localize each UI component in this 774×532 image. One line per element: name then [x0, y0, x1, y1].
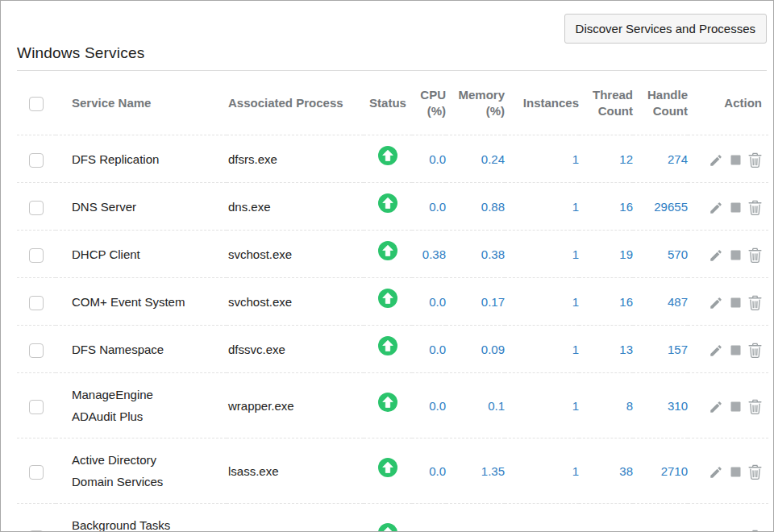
- row-checkbox[interactable]: [29, 400, 44, 414]
- row-checkbox[interactable]: [29, 296, 44, 310]
- col-header-action: Action: [688, 71, 768, 135]
- service-name: DFS Namespace: [72, 339, 164, 360]
- trash-icon[interactable]: [748, 343, 762, 358]
- col-header-thread-count: Thread Count: [579, 71, 633, 135]
- trash-icon[interactable]: [748, 295, 762, 310]
- handle-count-value[interactable]: 274: [633, 135, 688, 183]
- associated-process: dfssvc.exe: [227, 326, 364, 373]
- handle-count-value[interactable]: 487: [633, 278, 688, 326]
- memory-value[interactable]: 1.35: [446, 438, 505, 504]
- table-row: Background Tasks Infrastructure Service …: [17, 504, 768, 532]
- cpu-value[interactable]: 0.0: [412, 183, 446, 231]
- service-name: DNS Server: [72, 196, 136, 218]
- stop-square-icon[interactable]: [730, 297, 741, 308]
- associated-process: lsass.exe: [227, 438, 364, 504]
- memory-value[interactable]: 0.1: [446, 373, 505, 438]
- select-all-checkbox[interactable]: [29, 97, 44, 111]
- table-row: DFS Replication dfsrs.exe 0.0 0.24 1 12 …: [17, 135, 768, 183]
- handle-count-value[interactable]: 157: [633, 326, 688, 373]
- service-name: DHCP Client: [72, 243, 140, 265]
- trash-icon[interactable]: [748, 152, 762, 168]
- handle-count-value[interactable]: 570: [633, 231, 688, 278]
- associated-process: svchost.exe: [227, 504, 364, 532]
- cpu-value[interactable]: 0.0: [412, 438, 446, 504]
- status-up-icon: [378, 193, 397, 219]
- col-header-handle-count: Handle Count: [633, 71, 688, 135]
- stop-square-icon[interactable]: [730, 155, 741, 165]
- associated-process: svchost.exe: [227, 278, 364, 326]
- trash-icon[interactable]: [748, 399, 762, 414]
- instances-value[interactable]: 1: [505, 278, 579, 326]
- edit-pencil-icon[interactable]: [709, 201, 723, 215]
- thread-count-value[interactable]: 7: [579, 504, 633, 532]
- instances-value[interactable]: 1: [505, 373, 579, 438]
- edit-pencil-icon[interactable]: [709, 343, 723, 358]
- cpu-value[interactable]: 0.0: [412, 504, 446, 532]
- cpu-value[interactable]: 0.0: [412, 326, 446, 373]
- stop-square-icon[interactable]: [730, 345, 741, 355]
- handle-count-value[interactable]: 29655: [633, 183, 688, 231]
- thread-count-value[interactable]: 8: [579, 373, 633, 438]
- edit-pencil-icon[interactable]: [709, 153, 723, 168]
- handle-count-value[interactable]: 2710: [633, 438, 688, 504]
- handle-count-value[interactable]: 319: [633, 504, 688, 532]
- thread-count-value[interactable]: 16: [579, 278, 633, 326]
- service-name: ManageEngine ADAudit Plus: [72, 384, 199, 427]
- status-up-icon: [378, 523, 397, 532]
- instances-value[interactable]: 1: [505, 504, 579, 532]
- thread-count-value[interactable]: 19: [579, 231, 633, 278]
- trash-icon[interactable]: [748, 464, 762, 480]
- trash-icon[interactable]: [748, 200, 762, 215]
- trash-icon[interactable]: [748, 247, 762, 263]
- windows-services-page: Discover Services and Processes Windows …: [0, 0, 774, 532]
- row-actions: [709, 399, 762, 414]
- cpu-value[interactable]: 0.0: [412, 135, 446, 183]
- row-checkbox[interactable]: [29, 465, 44, 480]
- row-actions: [709, 200, 762, 215]
- instances-value[interactable]: 1: [505, 326, 579, 373]
- row-checkbox[interactable]: [29, 201, 44, 215]
- memory-value[interactable]: 0.09: [446, 326, 505, 373]
- edit-pencil-icon[interactable]: [709, 465, 723, 480]
- edit-pencil-icon[interactable]: [709, 296, 723, 310]
- topbar: Discover Services and Processes: [17, 1, 767, 44]
- instances-value[interactable]: 1: [505, 183, 579, 231]
- row-actions: [709, 295, 762, 310]
- table-row: DNS Server dns.exe 0.0 0.88 1 16 29655: [17, 183, 768, 231]
- status-up-icon: [378, 146, 397, 172]
- thread-count-value[interactable]: 13: [579, 326, 633, 373]
- row-checkbox[interactable]: [29, 153, 44, 168]
- instances-value[interactable]: 1: [505, 231, 579, 278]
- memory-value[interactable]: 0.38: [446, 231, 505, 278]
- col-header-status: Status: [364, 71, 412, 135]
- instances-value[interactable]: 1: [505, 135, 579, 183]
- edit-pencil-icon[interactable]: [709, 400, 723, 414]
- status-up-icon: [378, 289, 397, 314]
- memory-value[interactable]: 0.17: [446, 278, 505, 326]
- handle-count-value[interactable]: 310: [633, 373, 688, 438]
- memory-value[interactable]: 0.1: [446, 504, 505, 532]
- associated-process: svchost.exe: [227, 231, 364, 278]
- row-checkbox[interactable]: [29, 248, 44, 263]
- cpu-value[interactable]: 0.38: [412, 231, 446, 278]
- cpu-value[interactable]: 0.0: [412, 373, 446, 438]
- services-table: Service Name Associated Process Status C…: [17, 71, 768, 532]
- edit-pencil-icon[interactable]: [709, 248, 723, 263]
- stop-square-icon[interactable]: [730, 202, 741, 213]
- memory-value[interactable]: 0.88: [446, 183, 505, 231]
- table-row: DHCP Client svchost.exe 0.38 0.38 1 19 5…: [17, 231, 768, 278]
- status-up-icon: [378, 241, 397, 267]
- stop-square-icon[interactable]: [730, 250, 741, 260]
- thread-count-value[interactable]: 38: [579, 438, 633, 504]
- thread-count-value[interactable]: 12: [579, 135, 633, 183]
- service-name: DFS Replication: [72, 148, 159, 170]
- stop-square-icon[interactable]: [730, 467, 741, 477]
- row-checkbox[interactable]: [29, 343, 44, 358]
- instances-value[interactable]: 1: [505, 438, 579, 504]
- stop-square-icon[interactable]: [730, 401, 741, 412]
- memory-value[interactable]: 0.24: [446, 135, 505, 183]
- cpu-value[interactable]: 0.0: [412, 278, 446, 326]
- thread-count-value[interactable]: 16: [579, 183, 633, 231]
- discover-services-button[interactable]: Discover Services and Processes: [564, 14, 767, 44]
- col-header-instances: Instances: [505, 71, 579, 135]
